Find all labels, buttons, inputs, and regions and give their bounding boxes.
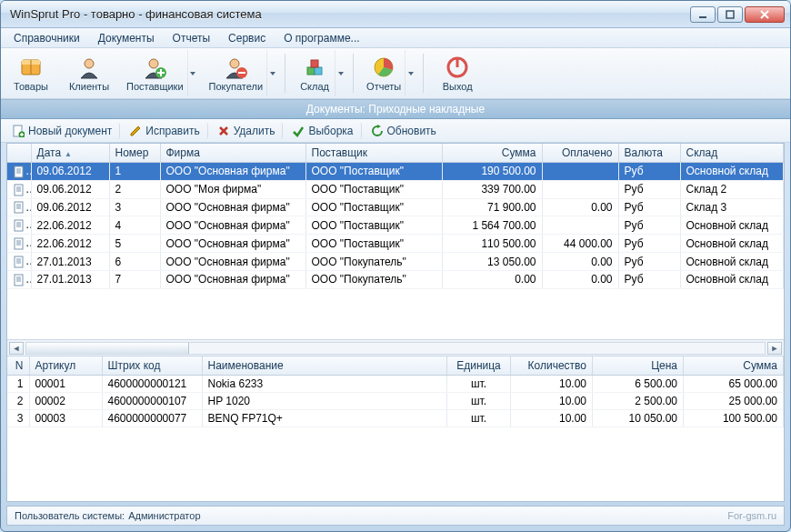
column-header[interactable]: Дата: [31, 144, 109, 163]
column-header[interactable]: Фирма: [160, 144, 305, 163]
table-row[interactable]: 22.06.20125ООО "Основная фирма"ООО "Пост…: [7, 235, 784, 253]
column-header[interactable]: Артикул: [29, 356, 102, 376]
column-header[interactable]: Номер: [109, 144, 160, 163]
svg-rect-1: [726, 11, 734, 18]
column-header[interactable]: Цена: [593, 356, 684, 376]
column-header[interactable]: Единица: [447, 356, 511, 376]
cell: Руб: [618, 163, 680, 181]
svg-rect-15: [307, 67, 315, 75]
table-row[interactable]: 09.06.20122ООО "Моя фирма"ООО "Поставщик…: [7, 180, 784, 198]
cell: 1 564 700.00: [442, 216, 542, 235]
items-grid[interactable]: NАртикулШтрих кодНаименованиеЕдиницаКоли…: [7, 356, 784, 501]
cell: 5: [109, 235, 160, 253]
scroll-track[interactable]: [25, 342, 766, 355]
column-header[interactable]: Штрих код: [102, 356, 202, 376]
cell: [542, 216, 618, 235]
column-header[interactable]: Оплачено: [542, 144, 618, 163]
table-row[interactable]: 1000014600000000121Nokia 6233шт.10.006 5…: [7, 376, 784, 393]
toolbar-separator: [423, 54, 424, 93]
actionbar: Новый документИсправитьУдалитьВыборкаОбн…: [1, 119, 790, 143]
column-header[interactable]: Поставщик: [305, 144, 442, 163]
cell: ООО "Основная фирма": [160, 270, 305, 288]
scroll-thumb[interactable]: [26, 343, 189, 354]
column-header[interactable]: Сумма: [684, 356, 784, 376]
row-doc-icon: [7, 163, 31, 181]
cell: 110 500.00: [442, 235, 542, 253]
toolbar-button-label: Выход: [443, 81, 473, 92]
chevron-down-icon[interactable]: [266, 50, 277, 96]
cell: ООО "Покупатель": [305, 253, 442, 271]
toolbar-button[interactable]: Поставщики: [121, 50, 198, 96]
blocks-icon: [302, 55, 327, 80]
column-header[interactable]: Наименование: [202, 356, 447, 376]
cell: Руб: [618, 253, 680, 271]
cell: ООО "Основная фирма": [160, 163, 305, 181]
table-row[interactable]: 09.06.20121ООО "Основная фирма"ООО "Пост…: [7, 163, 784, 181]
scroll-right-button[interactable]: ►: [767, 342, 782, 355]
documents-grid[interactable]: ДатаНомерФирмаПоставщикСуммаОплаченоВалю…: [7, 144, 784, 339]
chevron-down-icon[interactable]: [335, 50, 345, 96]
toolbar-button[interactable]: Товары: [5, 50, 57, 96]
row-doc-icon: [7, 216, 31, 235]
cell: 4600000000121: [102, 376, 202, 393]
cell: 0.00: [442, 270, 542, 288]
power-icon: [445, 55, 470, 80]
toolbar-button[interactable]: Клиенты: [63, 50, 115, 96]
toolbar-button[interactable]: Выход: [431, 50, 484, 96]
menu-item[interactable]: Отчеты: [165, 30, 217, 46]
row-doc-icon: [7, 180, 31, 198]
toolbar-separator: [353, 54, 354, 93]
cell: HP 1020: [202, 393, 447, 410]
window-title: WinSprut Pro - товарно - финансовая сист…: [10, 7, 690, 21]
minimize-button[interactable]: [690, 6, 716, 23]
menu-item[interactable]: Справочники: [6, 30, 87, 46]
table-row[interactable]: 2000024600000000107HP 1020шт.10.002 500.…: [7, 393, 784, 410]
table-row[interactable]: 09.06.20123ООО "Основная фирма"ООО "Пост…: [7, 198, 784, 216]
toolbar-button-label: Склад: [300, 81, 329, 92]
table-row[interactable]: 22.06.20124ООО "Основная фирма"ООО "Пост…: [7, 216, 784, 235]
menu-item[interactable]: О программе...: [276, 30, 366, 46]
toolbar-button[interactable]: Отчеты: [361, 50, 416, 96]
cell: шт.: [447, 393, 511, 410]
table-row[interactable]: 3000034600000000077BENQ FP71Q+шт.10.0010…: [7, 410, 784, 427]
table-row[interactable]: 27.01.20136ООО "Основная фирма"ООО "Поку…: [7, 253, 784, 271]
documents-hscrollbar[interactable]: ◄ ►: [7, 339, 784, 356]
cell: 10.00: [511, 376, 593, 393]
cell: Склад 2: [680, 180, 784, 198]
table-row[interactable]: 27.01.20137ООО "Основная фирма"ООО "Поку…: [7, 270, 784, 288]
action-button-label: Новый документ: [28, 125, 112, 137]
toolbar-button[interactable]: Покупатели: [204, 50, 278, 96]
chevron-down-icon[interactable]: [187, 50, 198, 96]
cell: ООО "Основная фирма": [160, 216, 305, 235]
client-area: ДатаНомерФирмаПоставщикСуммаОплаченоВалю…: [6, 143, 785, 502]
cell: 4600000000077: [102, 410, 202, 427]
column-header[interactable]: Склад: [680, 144, 784, 163]
column-header[interactable]: N: [7, 356, 29, 376]
action-button[interactable]: Обновить: [364, 123, 444, 139]
cell: Руб: [618, 180, 680, 198]
menubar: СправочникиДокументыОтчетыСервисО програ…: [1, 28, 790, 48]
action-button[interactable]: Удалить: [210, 123, 284, 139]
main-toolbar: ТоварыКлиентыПоставщикиПокупателиСкладОт…: [1, 48, 790, 99]
action-button[interactable]: Исправить: [122, 123, 207, 139]
cell: ООО "Покупатель": [305, 270, 442, 288]
cell: Руб: [618, 235, 680, 253]
person-icon: [76, 55, 102, 80]
maximize-button[interactable]: [717, 6, 743, 23]
column-header-icon[interactable]: [7, 144, 31, 163]
column-header[interactable]: Количество: [511, 356, 593, 376]
menu-item[interactable]: Сервис: [221, 30, 273, 46]
cell: ООО "Поставщик": [305, 235, 442, 253]
cell: 25 000.00: [684, 393, 784, 410]
cell: 27.01.2013: [31, 270, 109, 288]
chevron-down-icon[interactable]: [405, 50, 416, 96]
scroll-left-button[interactable]: ◄: [9, 342, 24, 355]
menu-item[interactable]: Документы: [91, 30, 162, 46]
toolbar-button[interactable]: Склад: [293, 50, 345, 96]
action-button[interactable]: Выборка: [285, 123, 361, 139]
cell: шт.: [447, 410, 511, 427]
column-header[interactable]: Валюта: [618, 144, 680, 163]
action-button[interactable]: Новый документ: [5, 123, 120, 139]
close-button[interactable]: [745, 6, 785, 23]
column-header[interactable]: Сумма: [442, 144, 542, 163]
